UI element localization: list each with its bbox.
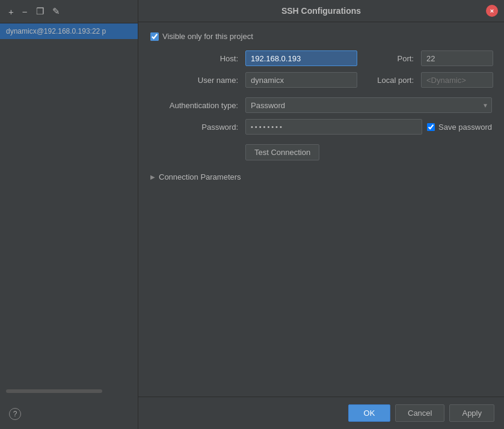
edit-config-button[interactable]: ✎ xyxy=(50,5,63,18)
local-port-label: Local port: xyxy=(362,76,416,85)
auth-type-label: Authentication type: xyxy=(150,101,241,110)
port-input[interactable] xyxy=(421,50,493,66)
visible-checkbox[interactable] xyxy=(150,32,159,41)
copy-config-button[interactable]: ❐ xyxy=(34,5,46,18)
close-button[interactable]: × xyxy=(486,5,498,17)
host-input[interactable] xyxy=(245,50,357,66)
username-input[interactable] xyxy=(245,72,357,88)
expand-arrow-icon: ▶ xyxy=(150,174,155,180)
ok-button[interactable]: OK xyxy=(348,404,390,422)
connection-params-section[interactable]: ▶ Connection Parameters xyxy=(150,170,492,184)
host-port-grid: Host: Port: User name: Local port: xyxy=(150,50,492,88)
ssh-config-dialog: SSH Configurations × Visible only for th… xyxy=(138,0,504,429)
password-label: Password: xyxy=(150,123,241,132)
visible-row: Visible only for this project xyxy=(150,32,492,41)
remove-config-button[interactable]: − xyxy=(20,5,30,18)
save-password-wrapper: Save password xyxy=(427,123,492,132)
test-connection-button[interactable]: Test Connection xyxy=(245,144,319,160)
host-label: Host: xyxy=(150,54,241,63)
auth-type-row: Authentication type: Password Key pair O… xyxy=(150,97,492,113)
password-row: Password: Save password xyxy=(150,119,492,135)
auth-type-select[interactable]: Password Key pair OpenSSH config and aut… xyxy=(245,97,492,113)
save-password-label: Save password xyxy=(438,123,492,132)
save-password-checkbox[interactable] xyxy=(427,123,435,131)
visible-label: Visible only for this project xyxy=(162,32,253,41)
local-port-input[interactable] xyxy=(421,72,493,88)
dialog-titlebar: SSH Configurations × xyxy=(138,0,504,22)
add-config-button[interactable]: + xyxy=(6,5,16,18)
dialog-title: SSH Configurations xyxy=(281,6,361,16)
dialog-footer: OK Cancel Apply xyxy=(138,397,504,429)
cancel-button[interactable]: Cancel xyxy=(395,404,444,422)
port-label: Port: xyxy=(362,54,416,63)
help-button[interactable]: ? xyxy=(9,408,21,420)
sidebar-toolbar: + − ❐ ✎ xyxy=(0,0,138,23)
auth-select-wrapper: Password Key pair OpenSSH config and aut… xyxy=(245,97,492,113)
username-label: User name: xyxy=(150,76,241,85)
sidebar-panel: + − ❐ ✎ dynamicx@192.168.0.193:22 p ? xyxy=(0,0,138,429)
connection-params-label: Connection Parameters xyxy=(159,172,241,181)
test-connection-wrapper: Test Connection xyxy=(150,144,492,170)
sidebar-scrollbar[interactable] xyxy=(6,389,102,393)
sidebar-item[interactable]: dynamicx@192.168.0.193:22 p xyxy=(0,23,138,39)
password-input[interactable] xyxy=(245,119,422,135)
apply-button[interactable]: Apply xyxy=(449,404,494,422)
dialog-content: Visible only for this project Host: Port… xyxy=(138,22,504,397)
